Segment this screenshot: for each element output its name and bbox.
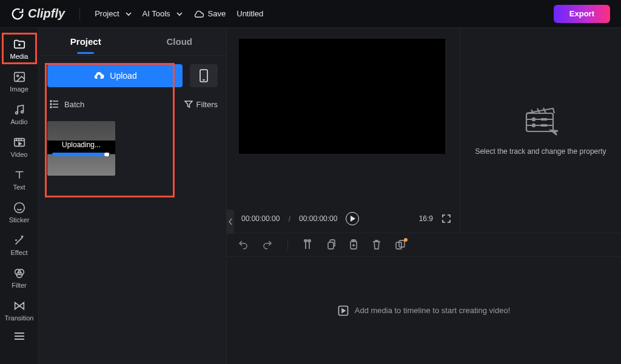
export-button[interactable]: Export	[554, 5, 610, 23]
undo-icon	[238, 239, 249, 250]
media-thumbnail-uploading[interactable]: Uploading...	[47, 121, 115, 176]
rail-label: Sticker	[9, 217, 30, 223]
tab-cloud[interactable]: Cloud	[133, 36, 227, 47]
rail-label: Video	[11, 151, 28, 158]
svg-rect-20	[328, 242, 334, 249]
rail-item-video[interactable]: Video	[2, 131, 37, 162]
wand-icon	[13, 234, 26, 247]
timeline-toolbar	[227, 233, 621, 257]
tab-project-label: Project	[70, 36, 101, 47]
redo-icon	[262, 239, 273, 250]
preview-column: 00:00:00:00 / 00:00:00:00 16:9	[227, 28, 460, 233]
svg-rect-15	[541, 118, 547, 121]
rail-item-effect[interactable]: Effect	[2, 229, 37, 260]
svg-point-14	[532, 118, 534, 121]
menu-icon	[13, 332, 25, 340]
rail-label: Transition	[5, 315, 34, 322]
trash-icon	[372, 239, 381, 250]
project-menu[interactable]: Project	[95, 9, 131, 18]
fullscreen-icon	[441, 214, 451, 223]
save-button[interactable]: Save	[193, 8, 226, 19]
batch-label: Batch	[64, 100, 84, 109]
rail-item-audio[interactable]: Audio	[2, 98, 37, 130]
svg-point-11	[50, 104, 52, 105]
video-icon	[13, 136, 26, 149]
divider	[79, 7, 80, 21]
transition-icon	[13, 299, 26, 313]
aitools-menu-label: AI Tools	[143, 9, 170, 18]
rail-item-image[interactable]: Image	[2, 65, 37, 97]
duplicate-button[interactable]	[395, 239, 406, 250]
filters-button[interactable]: Filters	[184, 100, 218, 109]
upload-progress-fill	[52, 153, 104, 156]
cloud-upload-icon	[93, 70, 105, 82]
paste-icon	[349, 239, 358, 250]
play-button[interactable]	[346, 212, 359, 225]
music-icon	[13, 103, 26, 116]
aspect-ratio[interactable]: 16:9	[419, 214, 433, 223]
tab-project[interactable]: Project	[39, 36, 133, 47]
text-icon	[13, 168, 26, 182]
panel-tabs: Project Cloud	[39, 28, 226, 56]
split-button[interactable]	[303, 239, 312, 250]
play-box-icon	[338, 305, 349, 316]
svg-rect-13	[526, 113, 553, 131]
app-logo[interactable]: Clipfly	[11, 7, 65, 21]
upload-progress-knob	[104, 153, 109, 156]
redo-button[interactable]	[262, 239, 273, 250]
export-label: Export	[569, 9, 594, 18]
svg-point-2	[15, 111, 18, 114]
app-name: Clipfly	[28, 7, 65, 21]
rail-item-filter[interactable]: Filter	[2, 262, 37, 293]
copy-button[interactable]	[326, 239, 335, 250]
svg-point-3	[21, 110, 23, 113]
batch-button[interactable]: Batch	[47, 94, 177, 114]
filter-circles-icon	[13, 266, 26, 280]
panel-collapse-handle[interactable]	[227, 210, 234, 234]
fullscreen-button[interactable]	[441, 214, 451, 223]
total-time: 00:00:00:00	[299, 214, 337, 223]
svg-point-12	[50, 107, 52, 108]
rail-item-sticker[interactable]: Sticker	[2, 196, 37, 228]
logo-icon	[11, 7, 24, 21]
rail-item-more[interactable]	[2, 327, 37, 345]
svg-point-10	[50, 101, 52, 102]
rail-item-media[interactable]: Media	[2, 33, 37, 64]
upload-label: Upload	[110, 71, 136, 81]
rail-label: Media	[10, 53, 29, 60]
time-separator: /	[288, 214, 290, 223]
properties-placeholder: Select the track and change the property	[475, 147, 606, 156]
chevron-down-icon	[126, 11, 132, 17]
timeline[interactable]: Add media to timeline to start creating …	[227, 257, 621, 364]
undo-button[interactable]	[238, 239, 249, 250]
project-menu-label: Project	[95, 9, 119, 18]
rail-label: Effect	[11, 250, 28, 256]
notification-dot-icon	[404, 238, 408, 242]
clapperboard-icon	[523, 105, 559, 136]
chevron-left-icon	[228, 218, 233, 225]
divider	[287, 239, 288, 250]
rail-label: Filter	[12, 282, 26, 289]
preview-canvas[interactable]	[239, 39, 445, 154]
play-icon	[350, 216, 355, 222]
delete-button[interactable]	[372, 239, 381, 250]
save-label: Save	[208, 9, 226, 18]
copy-icon	[326, 239, 335, 250]
sticker-icon	[13, 201, 26, 214]
uploading-label: Uploading...	[62, 141, 101, 149]
upload-button[interactable]: Upload	[47, 64, 183, 87]
properties-panel: Select the track and change the property	[460, 28, 621, 233]
phone-upload-button[interactable]	[190, 64, 218, 87]
media-panel: Project Cloud Upload Batch	[39, 28, 227, 364]
topbar: Clipfly Project AI Tools Save Untitled E…	[0, 0, 621, 28]
upload-progress	[52, 153, 110, 156]
rail-item-transition[interactable]: Transition	[2, 294, 37, 326]
aitools-menu[interactable]: AI Tools	[143, 9, 183, 18]
project-title[interactable]: Untitled	[237, 9, 263, 18]
sidebar-rail: Media Image Audio Video Text Sticker Eff…	[0, 28, 39, 364]
paste-button[interactable]	[349, 239, 358, 250]
svg-point-1	[16, 74, 18, 76]
transport-bar: 00:00:00:00 / 00:00:00:00 16:9	[239, 208, 454, 233]
svg-point-5	[14, 202, 24, 213]
rail-item-text[interactable]: Text	[2, 164, 37, 195]
